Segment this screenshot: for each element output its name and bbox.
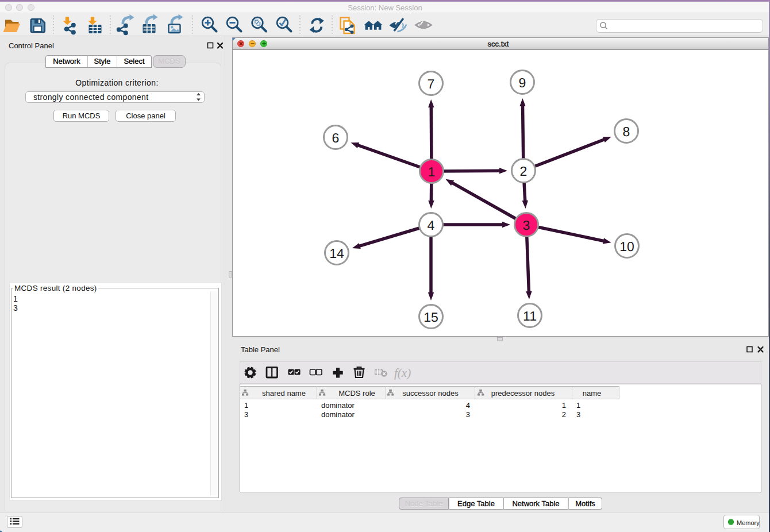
svg-text:f(x): f(x) <box>394 366 411 380</box>
